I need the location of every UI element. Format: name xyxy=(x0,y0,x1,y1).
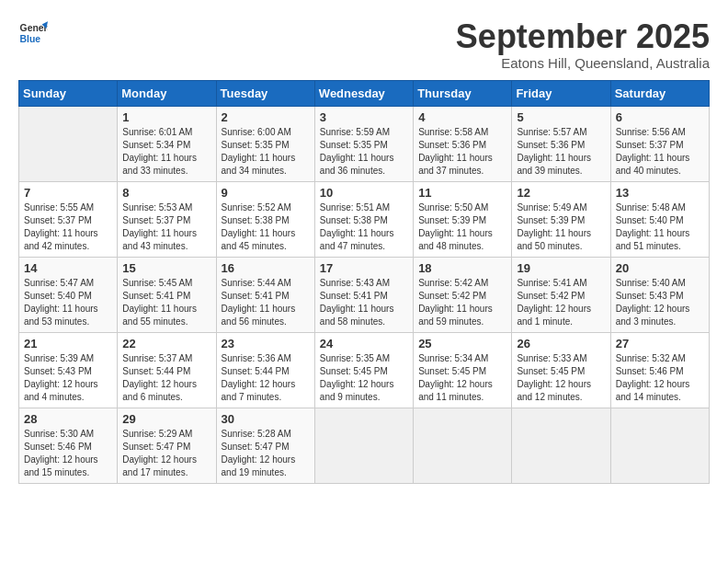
day-info: Sunrise: 5:28 AM Sunset: 5:47 PM Dayligh… xyxy=(222,428,310,479)
day-number: 22 xyxy=(122,337,210,350)
day-number: 18 xyxy=(418,261,506,275)
calendar-cell: 7Sunrise: 5:55 AM Sunset: 5:37 PM Daylig… xyxy=(19,181,118,257)
day-number: 9 xyxy=(222,186,310,200)
day-info: Sunrise: 5:43 AM Sunset: 5:41 PM Dayligh… xyxy=(320,277,408,328)
calendar-cell: 19Sunrise: 5:41 AM Sunset: 5:42 PM Dayli… xyxy=(512,257,610,332)
day-number: 17 xyxy=(320,261,408,275)
calendar-cell: 27Sunrise: 5:32 AM Sunset: 5:46 PM Dayli… xyxy=(610,332,709,408)
logo-icon: General Blue xyxy=(18,18,48,48)
day-info: Sunrise: 5:36 AM Sunset: 5:44 PM Dayligh… xyxy=(222,352,310,404)
calendar-cell: 1Sunrise: 6:01 AM Sunset: 5:34 PM Daylig… xyxy=(118,106,216,181)
month-title: September 2025 xyxy=(456,18,710,55)
calendar-cell: 6Sunrise: 5:56 AM Sunset: 5:37 PM Daylig… xyxy=(610,106,709,181)
day-info: Sunrise: 6:00 AM Sunset: 5:35 PM Dayligh… xyxy=(222,126,310,178)
day-number: 28 xyxy=(24,412,112,426)
weekday-header-monday: Monday xyxy=(118,80,216,106)
calendar-cell xyxy=(610,408,709,483)
calendar-cell: 16Sunrise: 5:44 AM Sunset: 5:41 PM Dayli… xyxy=(216,257,314,332)
day-number: 20 xyxy=(616,261,704,275)
logo: General Blue xyxy=(18,18,48,48)
day-info: Sunrise: 5:32 AM Sunset: 5:46 PM Dayligh… xyxy=(616,352,704,404)
day-info: Sunrise: 5:53 AM Sunset: 5:37 PM Dayligh… xyxy=(122,201,210,253)
calendar-week-row: 7Sunrise: 5:55 AM Sunset: 5:37 PM Daylig… xyxy=(19,181,710,257)
calendar-cell: 18Sunrise: 5:42 AM Sunset: 5:42 PM Dayli… xyxy=(414,257,512,332)
calendar-cell: 26Sunrise: 5:33 AM Sunset: 5:45 PM Dayli… xyxy=(512,332,610,408)
weekday-header-sunday: Sunday xyxy=(19,80,118,106)
day-number: 12 xyxy=(517,186,605,200)
day-number: 25 xyxy=(418,337,506,350)
calendar-cell xyxy=(512,408,610,483)
weekday-header-saturday: Saturday xyxy=(610,80,709,106)
day-info: Sunrise: 5:55 AM Sunset: 5:37 PM Dayligh… xyxy=(24,201,112,253)
day-number: 10 xyxy=(320,186,408,200)
weekday-header-row: SundayMondayTuesdayWednesdayThursdayFrid… xyxy=(19,80,710,106)
day-info: Sunrise: 5:40 AM Sunset: 5:43 PM Dayligh… xyxy=(616,277,704,328)
day-info: Sunrise: 5:52 AM Sunset: 5:38 PM Dayligh… xyxy=(222,201,310,253)
weekday-header-wednesday: Wednesday xyxy=(314,80,413,106)
day-number: 23 xyxy=(222,337,310,350)
day-number: 29 xyxy=(122,412,210,426)
day-info: Sunrise: 5:41 AM Sunset: 5:42 PM Dayligh… xyxy=(517,277,605,328)
day-number: 7 xyxy=(24,186,112,200)
calendar-cell: 28Sunrise: 5:30 AM Sunset: 5:46 PM Dayli… xyxy=(19,408,118,483)
day-info: Sunrise: 5:44 AM Sunset: 5:41 PM Dayligh… xyxy=(222,277,310,328)
weekday-header-thursday: Thursday xyxy=(414,80,512,106)
calendar-cell: 29Sunrise: 5:29 AM Sunset: 5:47 PM Dayli… xyxy=(118,408,216,483)
day-number: 1 xyxy=(122,110,210,124)
calendar-cell xyxy=(414,408,512,483)
day-info: Sunrise: 5:47 AM Sunset: 5:40 PM Dayligh… xyxy=(24,277,112,328)
day-number: 4 xyxy=(418,110,506,124)
day-info: Sunrise: 5:37 AM Sunset: 5:44 PM Dayligh… xyxy=(122,352,210,404)
calendar-week-row: 28Sunrise: 5:30 AM Sunset: 5:46 PM Dayli… xyxy=(19,408,710,483)
day-info: Sunrise: 5:42 AM Sunset: 5:42 PM Dayligh… xyxy=(418,277,506,328)
calendar-cell: 12Sunrise: 5:49 AM Sunset: 5:39 PM Dayli… xyxy=(512,181,610,257)
weekday-header-tuesday: Tuesday xyxy=(216,80,314,106)
day-info: Sunrise: 5:34 AM Sunset: 5:45 PM Dayligh… xyxy=(418,352,506,404)
calendar-cell: 2Sunrise: 6:00 AM Sunset: 5:35 PM Daylig… xyxy=(216,106,314,181)
day-info: Sunrise: 5:56 AM Sunset: 5:37 PM Dayligh… xyxy=(616,126,704,178)
calendar-cell: 25Sunrise: 5:34 AM Sunset: 5:45 PM Dayli… xyxy=(414,332,512,408)
calendar-cell: 14Sunrise: 5:47 AM Sunset: 5:40 PM Dayli… xyxy=(19,257,118,332)
calendar-cell: 13Sunrise: 5:48 AM Sunset: 5:40 PM Dayli… xyxy=(610,181,709,257)
calendar-cell: 3Sunrise: 5:59 AM Sunset: 5:35 PM Daylig… xyxy=(314,106,413,181)
title-section: September 2025 Eatons Hill, Queensland, … xyxy=(456,18,710,71)
weekday-header-friday: Friday xyxy=(512,80,610,106)
day-number: 30 xyxy=(222,412,310,426)
calendar-cell: 15Sunrise: 5:45 AM Sunset: 5:41 PM Dayli… xyxy=(118,257,216,332)
day-number: 3 xyxy=(320,110,408,124)
day-info: Sunrise: 5:50 AM Sunset: 5:39 PM Dayligh… xyxy=(418,201,506,253)
day-number: 8 xyxy=(122,186,210,200)
calendar-cell: 23Sunrise: 5:36 AM Sunset: 5:44 PM Dayli… xyxy=(216,332,314,408)
calendar-cell xyxy=(19,106,118,181)
day-info: Sunrise: 5:49 AM Sunset: 5:39 PM Dayligh… xyxy=(517,201,605,253)
calendar-cell: 10Sunrise: 5:51 AM Sunset: 5:38 PM Dayli… xyxy=(314,181,413,257)
day-info: Sunrise: 5:30 AM Sunset: 5:46 PM Dayligh… xyxy=(24,428,112,479)
calendar-week-row: 21Sunrise: 5:39 AM Sunset: 5:43 PM Dayli… xyxy=(19,332,710,408)
day-number: 21 xyxy=(24,337,112,350)
day-number: 6 xyxy=(616,110,704,124)
calendar-week-row: 1Sunrise: 6:01 AM Sunset: 5:34 PM Daylig… xyxy=(19,106,710,181)
day-number: 11 xyxy=(418,186,506,200)
day-number: 26 xyxy=(517,337,605,350)
day-info: Sunrise: 5:29 AM Sunset: 5:47 PM Dayligh… xyxy=(122,428,210,479)
calendar-table: SundayMondayTuesdayWednesdayThursdayFrid… xyxy=(18,80,710,484)
calendar-cell: 22Sunrise: 5:37 AM Sunset: 5:44 PM Dayli… xyxy=(118,332,216,408)
day-number: 24 xyxy=(320,337,408,350)
day-info: Sunrise: 6:01 AM Sunset: 5:34 PM Dayligh… xyxy=(122,126,210,178)
day-info: Sunrise: 5:51 AM Sunset: 5:38 PM Dayligh… xyxy=(320,201,408,253)
day-info: Sunrise: 5:39 AM Sunset: 5:43 PM Dayligh… xyxy=(24,352,112,404)
day-info: Sunrise: 5:57 AM Sunset: 5:36 PM Dayligh… xyxy=(517,126,605,178)
calendar-cell xyxy=(314,408,413,483)
day-number: 15 xyxy=(122,261,210,275)
calendar-cell: 17Sunrise: 5:43 AM Sunset: 5:41 PM Dayli… xyxy=(314,257,413,332)
day-number: 2 xyxy=(222,110,310,124)
day-number: 27 xyxy=(616,337,704,350)
calendar-cell: 21Sunrise: 5:39 AM Sunset: 5:43 PM Dayli… xyxy=(19,332,118,408)
svg-text:Blue: Blue xyxy=(20,34,41,44)
day-info: Sunrise: 5:58 AM Sunset: 5:36 PM Dayligh… xyxy=(418,126,506,178)
location: Eatons Hill, Queensland, Australia xyxy=(456,55,710,71)
calendar-cell: 30Sunrise: 5:28 AM Sunset: 5:47 PM Dayli… xyxy=(216,408,314,483)
calendar-cell: 4Sunrise: 5:58 AM Sunset: 5:36 PM Daylig… xyxy=(414,106,512,181)
calendar-week-row: 14Sunrise: 5:47 AM Sunset: 5:40 PM Dayli… xyxy=(19,257,710,332)
day-info: Sunrise: 5:45 AM Sunset: 5:41 PM Dayligh… xyxy=(122,277,210,328)
